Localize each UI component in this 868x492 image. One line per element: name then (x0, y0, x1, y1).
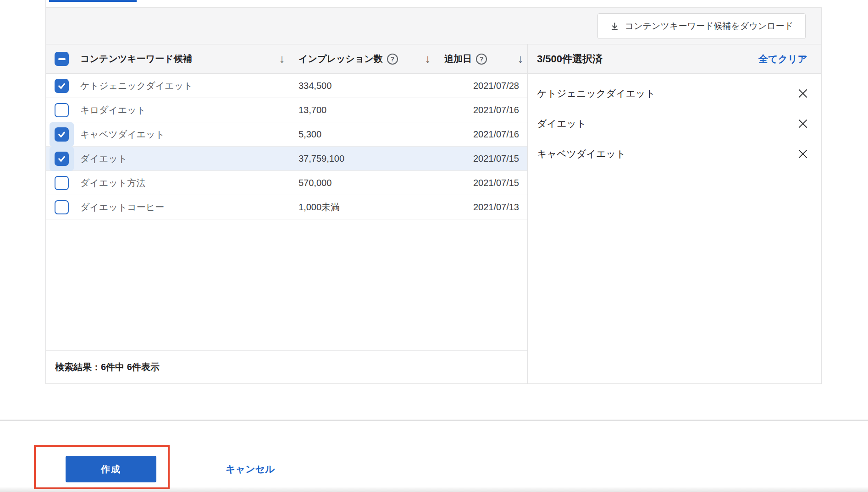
close-icon[interactable] (796, 117, 809, 130)
cancel-link[interactable]: キャンセル (226, 456, 275, 482)
indeterminate-icon (58, 58, 66, 60)
table-row[interactable]: キャベツダイエット 5,300 2021/07/16 (46, 122, 527, 147)
results-summary: 検索結果：6件中 6件表示 (46, 350, 527, 383)
row-checkbox[interactable] (55, 79, 69, 93)
impressions-cell: 334,500 (292, 74, 434, 98)
added-date-cell: 2021/07/13 (434, 195, 528, 219)
sort-desc-icon[interactable]: ↓ (425, 53, 431, 65)
row-checkbox[interactable] (55, 176, 69, 190)
added-date-cell: 2021/07/16 (434, 122, 528, 147)
selected-keywords-panel: 3/500件選択済 全てクリア ケトジェニックダイエット ダイエット キャベツダ… (528, 44, 821, 383)
row-checkbox-wrap (50, 122, 74, 147)
download-button-label: コンテンツキーワード候補をダウンロード (625, 20, 793, 32)
row-checkbox[interactable] (55, 152, 69, 166)
impressions-cell: 37,759,100 (292, 147, 434, 171)
added-date-cell: 2021/07/15 (434, 171, 528, 195)
keyword-cell: ダイエットコーヒー (80, 201, 164, 213)
sort-desc-icon[interactable]: ↓ (518, 53, 524, 65)
impressions-cell: 13,700 (292, 98, 434, 122)
main-content: コンテンツキーワード候補 ↓ インプレッション数 ? ↓ 追加日 ? ↓ (46, 44, 821, 383)
table-row[interactable]: ダイエットコーヒー 1,000未満 2021/07/13 (46, 195, 527, 219)
container-border (45, 0, 46, 8)
row-checkbox-wrap (50, 195, 74, 219)
row-checkbox[interactable] (55, 200, 69, 214)
help-icon[interactable]: ? (476, 54, 487, 65)
table-header-row: コンテンツキーワード候補 ↓ インプレッション数 ? ↓ 追加日 ? ↓ (46, 44, 527, 74)
selected-items-list: ケトジェニックダイエット ダイエット キャベツダイエット (528, 74, 821, 169)
keyword-cell: ケトジェニックダイエット (80, 80, 193, 92)
table-row[interactable]: ダイエット方法 570,000 2021/07/15 (46, 171, 527, 195)
selected-keyword-item: ケトジェニックダイエット (528, 78, 821, 109)
candidates-table: コンテンツキーワード候補 ↓ インプレッション数 ? ↓ 追加日 ? ↓ (46, 44, 528, 383)
active-tab-underline (49, 0, 137, 2)
row-checkbox-wrap (50, 171, 74, 195)
selected-keyword-item: ダイエット (528, 109, 821, 139)
selection-count: 3/500件選択済 (537, 52, 603, 66)
impressions-cell: 1,000未満 (292, 195, 434, 219)
bottom-edge-shadow (0, 487, 868, 492)
help-icon[interactable]: ? (387, 54, 398, 65)
selected-keyword-item: キャベツダイエット (528, 139, 821, 169)
close-icon[interactable] (796, 148, 809, 160)
clear-all-link[interactable]: 全てクリア (758, 53, 807, 66)
keyword-cell: ダイエット方法 (80, 177, 145, 189)
table-toolbar: コンテンツキーワード候補をダウンロード (46, 8, 821, 44)
selected-keyword-label: ケトジェニックダイエット (537, 87, 655, 100)
table-row[interactable]: ダイエット 37,759,100 2021/07/15 (46, 147, 527, 171)
keyword-cell: ダイエット (80, 153, 127, 165)
impressions-cell: 570,000 (292, 171, 434, 195)
row-checkbox[interactable] (55, 127, 69, 142)
keyword-cell: キロダイエット (80, 104, 146, 116)
row-checkbox[interactable] (55, 103, 69, 117)
header-added-date-column: 追加日 ? ↓ (434, 53, 528, 65)
impressions-cell: 5,300 (292, 122, 434, 147)
row-checkbox-wrap (50, 74, 74, 98)
added-date-cell: 2021/07/28 (434, 74, 528, 98)
download-icon (610, 22, 619, 31)
keyword-candidates-container: コンテンツキーワード候補をダウンロード コンテンツキーワード候補 ↓ (45, 7, 822, 384)
selected-keyword-label: ダイエット (537, 117, 586, 130)
close-icon[interactable] (796, 87, 809, 100)
keyword-cell: キャベツダイエット (80, 128, 165, 141)
keyword-column-label: コンテンツキーワード候補 (80, 53, 192, 65)
footer-divider (0, 420, 868, 421)
table-row[interactable]: キロダイエット 13,700 2021/07/16 (46, 98, 527, 122)
selection-panel-header: 3/500件選択済 全てクリア (528, 44, 821, 74)
table-body: ケトジェニックダイエット 334,500 2021/07/28 キロダイエット … (46, 74, 527, 219)
added-date-cell: 2021/07/15 (434, 147, 528, 171)
header-keyword-column: コンテンツキーワード候補 ↓ (46, 52, 292, 66)
selected-keyword-label: キャベツダイエット (537, 148, 625, 160)
select-all-checkbox[interactable] (55, 52, 69, 66)
added-date-cell: 2021/07/16 (434, 98, 528, 122)
keyword-selection-screen: コンテンツキーワード候補をダウンロード コンテンツキーワード候補 ↓ (0, 0, 868, 492)
select-all-checkbox-wrap (55, 52, 69, 66)
table-row[interactable]: ケトジェニックダイエット 334,500 2021/07/28 (46, 74, 527, 98)
download-candidates-button[interactable]: コンテンツキーワード候補をダウンロード (597, 13, 806, 39)
header-impressions-column: インプレッション数 ? ↓ (292, 53, 434, 65)
table-empty-area (46, 219, 527, 350)
create-button[interactable]: 作成 (66, 456, 156, 482)
row-checkbox-wrap (50, 98, 74, 122)
impressions-column-label: インプレッション数 (299, 53, 383, 65)
row-checkbox-wrap (50, 147, 74, 171)
added-date-column-label: 追加日 (444, 53, 472, 65)
sort-desc-icon[interactable]: ↓ (279, 53, 285, 65)
